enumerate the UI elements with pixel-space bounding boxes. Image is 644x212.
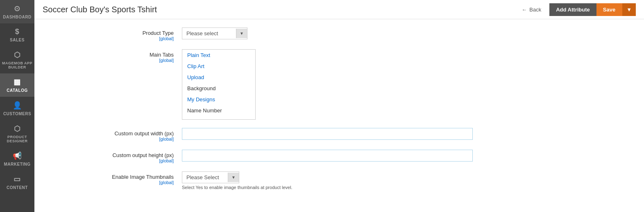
sidebar-item-label: CATALOG bbox=[7, 88, 27, 93]
sidebar-item-product-designer[interactable]: ⬡ PRODUCT DESIGNER bbox=[0, 120, 34, 147]
list-item[interactable]: My Designs bbox=[182, 94, 255, 105]
add-attribute-button[interactable]: Add Attribute bbox=[549, 3, 596, 16]
back-button[interactable]: ← Back bbox=[517, 4, 545, 15]
header-actions: ← Back Add Attribute Save ▼ bbox=[517, 3, 636, 16]
custom-height-control bbox=[182, 150, 493, 162]
list-item[interactable]: Name Number bbox=[182, 105, 255, 116]
product-designer-icon: ⬡ bbox=[14, 124, 21, 133]
list-item[interactable]: Clip Art bbox=[182, 61, 255, 72]
sidebar-item-label: SALES bbox=[10, 38, 25, 42]
enable-thumbnails-help-text: Select Yes to enable image thumbnails at… bbox=[182, 185, 493, 190]
sidebar-item-label: DASHBOARD bbox=[3, 15, 32, 19]
main-tabs-list: Plain Text Clip Art Upload Background My… bbox=[182, 50, 255, 119]
page-title: Soccer Club Boy's Sports Tshirt bbox=[43, 5, 157, 14]
magemob-icon: ⬡ bbox=[14, 50, 21, 59]
main-tabs-label: Main Tabs [global] bbox=[51, 49, 182, 63]
sidebar-item-content[interactable]: ▭ CONTENT bbox=[0, 171, 34, 194]
product-type-row: Product Type [global] Please select ▼ bbox=[51, 27, 628, 41]
enable-thumbnails-row: Enable Image Thumbnails [global] Please … bbox=[51, 171, 628, 190]
sidebar-item-sales[interactable]: $ SALES bbox=[0, 23, 34, 46]
custom-width-input[interactable] bbox=[182, 128, 473, 140]
page-header: Soccer Club Boy's Sports Tshirt ← Back A… bbox=[34, 0, 644, 19]
form-content: Product Type [global] Please select ▼ Ma… bbox=[34, 19, 644, 212]
sidebar-item-label: MAGEMOB APP BUILDER bbox=[2, 61, 33, 69]
list-item[interactable]: Plain Text bbox=[182, 50, 255, 61]
sidebar-item-magemob[interactable]: ⬡ MAGEMOB APP BUILDER bbox=[0, 46, 34, 73]
save-button[interactable]: Save bbox=[596, 3, 622, 16]
custom-width-control bbox=[182, 128, 493, 140]
enable-thumbnails-select-wrapper: Please Select ▼ bbox=[182, 171, 239, 183]
sidebar-item-label: MARKETING bbox=[4, 162, 30, 166]
product-type-select-value[interactable]: Please select bbox=[182, 28, 236, 39]
custom-height-input[interactable] bbox=[182, 150, 473, 162]
sidebar: ⊙ DASHBOARD $ SALES ⬡ MAGEMOB APP BUILDE… bbox=[0, 0, 34, 212]
enable-thumbnails-control: Please Select ▼ Select Yes to enable ima… bbox=[182, 171, 493, 190]
content-icon: ▭ bbox=[14, 175, 21, 184]
sales-icon: $ bbox=[15, 27, 20, 36]
sidebar-item-catalog[interactable]: ▦ CATALOG bbox=[0, 73, 34, 97]
sidebar-item-label: CUSTOMERS bbox=[3, 112, 31, 116]
sidebar-item-dashboard[interactable]: ⊙ DASHBOARD bbox=[0, 0, 34, 23]
product-type-dropdown-button[interactable]: ▼ bbox=[236, 29, 247, 38]
sidebar-item-label: CONTENT bbox=[7, 185, 28, 190]
enable-thumbnails-dropdown-button[interactable]: ▼ bbox=[228, 173, 239, 182]
list-item[interactable]: Upload bbox=[182, 72, 255, 83]
dashboard-icon: ⊙ bbox=[14, 4, 20, 13]
custom-height-row: Custom output height (px) [global] bbox=[51, 150, 628, 163]
main-tabs-control: Plain Text Clip Art Upload Background My… bbox=[182, 49, 493, 120]
main-tabs-row: Main Tabs [global] Plain Text Clip Art U… bbox=[51, 49, 628, 120]
marketing-icon: 📢 bbox=[13, 151, 22, 160]
back-arrow-icon: ← bbox=[522, 7, 527, 13]
sidebar-item-label: PRODUCT DESIGNER bbox=[2, 135, 33, 143]
product-type-control: Please select ▼ bbox=[182, 27, 493, 39]
enable-thumbnails-label: Enable Image Thumbnails [global] bbox=[51, 171, 182, 185]
customers-icon: 👤 bbox=[13, 101, 22, 110]
chevron-down-icon: ▼ bbox=[626, 7, 632, 13]
main-tabs-listbox: Plain Text Clip Art Upload Background My… bbox=[182, 49, 256, 120]
sidebar-item-customers[interactable]: 👤 CUSTOMERS bbox=[0, 97, 34, 120]
main-content: Soccer Club Boy's Sports Tshirt ← Back A… bbox=[34, 0, 644, 212]
list-item[interactable]: Background bbox=[182, 83, 255, 94]
enable-thumbnails-select-value[interactable]: Please Select bbox=[182, 172, 228, 183]
catalog-icon: ▦ bbox=[14, 78, 21, 87]
custom-width-row: Custom output width (px) [global] bbox=[51, 128, 628, 141]
product-type-label: Product Type [global] bbox=[51, 27, 182, 41]
save-dropdown-button[interactable]: ▼ bbox=[622, 3, 636, 16]
custom-width-label: Custom output width (px) [global] bbox=[51, 128, 182, 141]
custom-height-label: Custom output height (px) [global] bbox=[51, 150, 182, 163]
product-type-select-wrapper: Please select ▼ bbox=[182, 27, 247, 39]
sidebar-item-marketing[interactable]: 📢 MARKETING bbox=[0, 147, 34, 171]
